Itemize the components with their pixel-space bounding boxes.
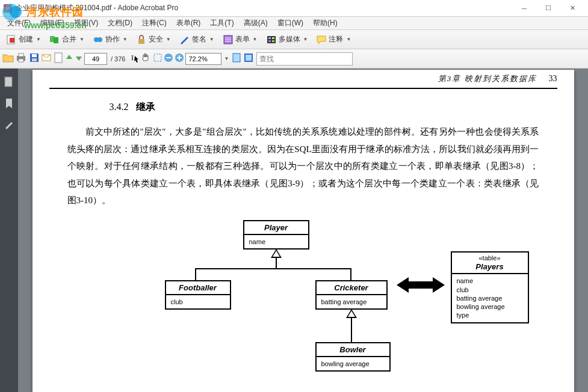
multimedia-button[interactable]: 多媒体▼: [262, 32, 312, 47]
navigation-panel: [0, 69, 18, 392]
svg-marker-39: [397, 277, 445, 293]
zoom-out-button[interactable]: [164, 53, 173, 64]
document-viewport[interactable]: 第3章 映射到关系数据库 33 3.4.2 继承 前文中所述的"层次"，大多是"…: [18, 69, 588, 392]
maximize-button[interactable]: ☐: [536, 2, 560, 14]
dropdown-arrow-icon: ▼: [209, 37, 214, 42]
marquee-zoom-button[interactable]: [153, 53, 162, 64]
dropdown-arrow-icon: ▼: [123, 37, 128, 42]
marquee-icon: [153, 56, 162, 64]
diagram-line: [350, 268, 351, 280]
close-button[interactable]: ✕: [560, 2, 584, 14]
page-fit-icon: [231, 57, 242, 65]
save-button[interactable]: [29, 52, 40, 65]
comment-button[interactable]: 注释▼: [312, 32, 354, 47]
menu-tools[interactable]: 工具(T): [205, 17, 238, 29]
dropdown-arrow-icon: ▼: [253, 37, 258, 42]
dropdown-arrow-icon: ▼: [166, 37, 171, 42]
uml-table-title: Players: [475, 262, 503, 271]
create-label: 创建: [19, 34, 33, 44]
page-number: 33: [549, 74, 557, 84]
uml-class-cricketer: Cricketer batting average: [315, 280, 388, 310]
menu-document[interactable]: 文档(D): [103, 17, 137, 29]
text-select-icon: I: [130, 56, 140, 64]
fullscreen-button[interactable]: [243, 52, 254, 65]
svg-text:I: I: [131, 54, 134, 62]
page-thumbnail-button[interactable]: [54, 52, 64, 65]
folder-open-icon: [2, 57, 14, 65]
window-titlebar: P 企业应用架构模式 201004.pdf - Adobe Acrobat Pr…: [0, 0, 588, 17]
menu-comment[interactable]: 注释(C): [137, 17, 172, 29]
zoom-level-input[interactable]: [185, 53, 221, 65]
svg-rect-27: [55, 53, 62, 63]
diagram-line: [351, 318, 352, 342]
menu-view[interactable]: 视图(V): [69, 17, 103, 29]
page-number-input[interactable]: [84, 53, 107, 65]
forms-button[interactable]: 表单▼: [219, 32, 261, 47]
body-paragraph: 前文中所述的"层次"，大多是"组合层次"，比如传统的关系系统难以处理的部件树。还…: [67, 123, 539, 209]
section-number: 3.4.2: [110, 102, 129, 112]
svg-rect-22: [19, 59, 23, 62]
sign-button[interactable]: 签名▼: [176, 32, 218, 47]
hand-icon: [141, 56, 150, 64]
menu-form[interactable]: 表单(R): [172, 17, 206, 29]
combine-button[interactable]: 合并▼: [46, 32, 88, 47]
toolbar-main: 创建▼ 合并▼ 协作▼ 安全▼ 签名▼ 表单▼ 多媒体▼ 注释▼: [0, 30, 588, 49]
collaborate-label: 协作: [105, 34, 120, 44]
form-icon: [223, 34, 234, 45]
email-button[interactable]: [41, 52, 52, 65]
svg-rect-17: [272, 37, 274, 39]
create-button[interactable]: 创建▼: [2, 32, 45, 47]
svg-rect-5: [10, 38, 14, 43]
svg-rect-7: [54, 37, 58, 43]
window-title: 企业应用架构模式 201004.pdf - Adobe Acrobat Pro: [16, 3, 512, 13]
main-area: 第3章 映射到关系数据库 33 3.4.2 继承 前文中所述的"层次"，大多是"…: [0, 69, 588, 392]
uml-class-bowler: Bowler bowling average: [315, 342, 391, 372]
pen-icon: [179, 34, 190, 45]
signatures-panel-button[interactable]: [3, 119, 15, 131]
page-total-label: / 376: [111, 55, 125, 63]
menu-edit[interactable]: 编辑(E): [36, 17, 69, 29]
collaborate-button[interactable]: 协作▼: [89, 32, 131, 47]
diagram-line: [276, 258, 277, 269]
svg-rect-18: [268, 40, 271, 42]
combine-icon: [49, 34, 60, 45]
diagram-line: [195, 268, 196, 280]
uml-footballer-title: Footballer: [179, 283, 217, 292]
print-button[interactable]: [16, 52, 26, 65]
uml-player-attr: name: [249, 237, 303, 246]
scroll-mode-button[interactable]: [231, 52, 242, 65]
zoom-in-button[interactable]: [175, 53, 184, 64]
menu-help[interactable]: 帮助(H): [308, 17, 342, 29]
uml-cricketer-title: Cricketer: [334, 283, 368, 292]
svg-rect-21: [19, 54, 23, 57]
svg-rect-38: [5, 77, 12, 87]
menu-advanced[interactable]: 高级(A): [239, 17, 273, 29]
comment-icon: [316, 34, 327, 45]
bookmarks-panel-button[interactable]: [3, 97, 15, 109]
section-title-text: 继承: [136, 102, 155, 112]
combine-label: 合并: [62, 34, 76, 44]
svg-rect-19: [272, 40, 274, 42]
minimize-button[interactable]: ─: [512, 2, 536, 14]
prev-page-button[interactable]: [65, 54, 73, 64]
secure-button[interactable]: 安全▼: [132, 32, 175, 47]
pdf-page: 第3章 映射到关系数据库 33 3.4.2 继承 前文中所述的"层次"，大多是"…: [32, 70, 574, 392]
svg-rect-25: [32, 58, 37, 61]
diagram-line: [195, 268, 351, 269]
pages-panel-button[interactable]: [3, 76, 15, 88]
hand-tool-button[interactable]: [141, 53, 150, 64]
search-input[interactable]: [256, 52, 353, 66]
select-tool-button[interactable]: I: [130, 53, 140, 64]
next-page-button[interactable]: [75, 54, 83, 64]
uml-diagram: Player name Footballer club Cricketer ba…: [93, 220, 514, 393]
svg-rect-35: [233, 54, 240, 62]
uml-class-footballer: Footballer club: [165, 280, 231, 310]
menu-file[interactable]: 文件(F): [2, 17, 36, 29]
uml-player-title: Player: [264, 223, 288, 232]
open-button[interactable]: [2, 52, 14, 65]
menu-window[interactable]: 窗口(W): [273, 17, 308, 29]
uml-bowler-title: Bowler: [339, 345, 365, 354]
uml-table-attr: batting average: [457, 294, 523, 302]
inheritance-arrow-icon: [346, 309, 357, 318]
page-running-header: 第3章 映射到关系数据库 33: [49, 70, 557, 89]
